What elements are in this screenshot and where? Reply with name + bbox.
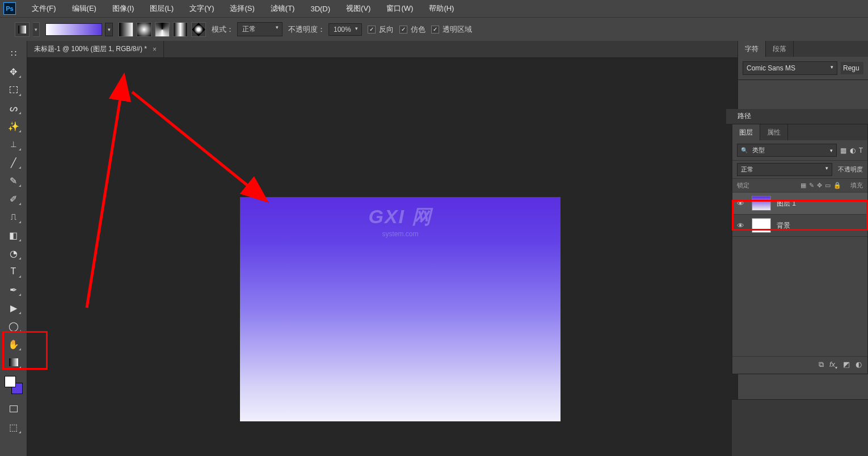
menu-select[interactable]: 选择(S) — [222, 1, 262, 16]
eraser-tool[interactable]: ◧ — [6, 228, 22, 242]
lock-all-icon[interactable]: 🔒 — [833, 182, 841, 189]
lock-pixels-icon[interactable]: ▦ — [800, 182, 806, 189]
tab-layers[interactable]: 图层 — [732, 124, 760, 140]
brush-tool[interactable]: ✐ — [6, 192, 22, 206]
screen-mode-tool[interactable]: ⬚ — [6, 420, 22, 434]
watermark-main: GXI 网 — [368, 204, 432, 230]
gradient-type-reflected[interactable] — [173, 22, 188, 37]
lock-move-icon[interactable]: ✥ — [817, 182, 822, 189]
document-tab[interactable]: 未标题-1 @ 100% (图层 1, RGB/8#) * × — [27, 41, 164, 57]
tab-character[interactable]: 字符 — [738, 41, 766, 57]
tab-paragraph[interactable]: 段落 — [766, 41, 794, 57]
options-bar: 模式： 正常 不透明度： 100% 反向 仿色 透明区域 — [0, 17, 868, 41]
layers-footer: ⧉ fx▾ ◩ ◐ — [732, 356, 867, 374]
gradient-type-diamond[interactable] — [191, 22, 206, 37]
reverse-label: 反向 — [379, 24, 394, 35]
font-family-select[interactable]: Comic Sans MS — [743, 61, 837, 75]
canvas[interactable]: GXI 网 system.com — [240, 197, 561, 421]
link-layers-icon[interactable]: ⧉ — [819, 360, 824, 370]
quickmask-tool[interactable] — [6, 402, 22, 416]
menu-layer[interactable]: 图层(L) — [142, 1, 182, 16]
tab-paths[interactable]: 路径 — [732, 109, 757, 124]
menu-type[interactable]: 文字(Y) — [182, 1, 222, 16]
close-icon[interactable]: × — [153, 45, 157, 53]
paths-panel-tabs: 路径 — [726, 109, 868, 124]
transparency-label: 透明区域 — [443, 24, 472, 35]
menu-help[interactable]: 帮助(H) — [421, 1, 462, 16]
blend-mode-select[interactable]: 正常 — [237, 22, 283, 36]
lasso-tool[interactable]: ᔕ — [6, 101, 22, 115]
lock-artboard-icon[interactable]: ▭ — [825, 182, 831, 189]
watermark: GXI 网 system.com — [368, 204, 432, 238]
filter-adjust-icon[interactable]: ◐ — [850, 147, 856, 154]
toolbox: ∷ ✥ ᔕ ✨ ⟂ ╱ ✎ ✐ ⎍ ◧ ◔ T ✒ ▶ ◯ ✋ ⬚ — [0, 41, 27, 456]
layer-style-icon[interactable]: fx▾ — [829, 360, 837, 370]
opacity-label: 不透明度： — [288, 24, 325, 35]
svg-line-0 — [87, 95, 121, 308]
move-tool[interactable]: ✥ — [6, 65, 22, 78]
app-logo-text: Ps — [6, 5, 13, 12]
gradient-type-radial[interactable] — [137, 22, 151, 37]
layer-opacity-label: 不透明度 — [838, 165, 863, 174]
crop-tool[interactable]: ⟂ — [6, 137, 22, 151]
current-tool-indicator[interactable] — [15, 22, 30, 37]
eyedropper-tool[interactable]: ╱ — [6, 156, 22, 169]
layers-panel: 图层 属性 类型 ▦ ◐ T 正常 不透明度 锁定 ▦ ✎ ✥ ▭ 🔒 填充 👁… — [732, 124, 868, 374]
marquee-tool[interactable] — [6, 83, 22, 97]
lock-label: 锁定 — [737, 181, 749, 190]
document-tab-title: 未标题-1 @ 100% (图层 1, RGB/8#) * — [34, 44, 147, 54]
annotation-box-layer — [732, 200, 868, 231]
menu-image[interactable]: 图像(I) — [104, 1, 142, 16]
menu-edit[interactable]: 编辑(E) — [64, 1, 104, 16]
path-select-tool[interactable]: ▶ — [6, 301, 22, 315]
dodge-tool[interactable]: ◔ — [6, 246, 22, 260]
bottom-panel-placeholder — [732, 399, 868, 456]
reverse-checkbox[interactable] — [368, 26, 376, 34]
clone-stamp-tool[interactable]: ⎍ — [6, 210, 22, 224]
handle-grip[interactable]: ∷ — [6, 47, 22, 60]
type-tool[interactable]: T — [6, 265, 22, 278]
menu-window[interactable]: 窗口(W) — [378, 1, 421, 16]
menu-view[interactable]: 视图(V) — [338, 1, 378, 16]
fill-label: 填充 — [850, 181, 863, 190]
annotation-box-toolbox — [2, 331, 48, 370]
menu-filter[interactable]: 滤镜(T) — [263, 1, 303, 16]
svg-line-1 — [132, 92, 251, 189]
opacity-input[interactable]: 100% — [328, 23, 362, 36]
transparency-checkbox[interactable] — [431, 26, 439, 34]
healing-brush-tool[interactable]: ✎ — [6, 174, 22, 187]
gradient-type-linear[interactable] — [119, 22, 133, 37]
gradient-picker-dropdown[interactable] — [105, 23, 113, 36]
layer-mask-icon[interactable]: ◩ — [843, 360, 850, 370]
magic-wand-tool[interactable]: ✨ — [6, 119, 22, 133]
tab-properties[interactable]: 属性 — [760, 124, 788, 140]
menu-3d[interactable]: 3D(D) — [302, 2, 338, 15]
pen-tool[interactable]: ✒ — [6, 283, 22, 296]
color-swatches[interactable] — [5, 376, 23, 394]
dither-label: 仿色 — [411, 24, 425, 35]
adjustment-layer-icon[interactable]: ◐ — [856, 360, 862, 370]
filter-image-icon[interactable]: ▦ — [840, 147, 846, 154]
font-weight-select[interactable]: Regu — [841, 62, 863, 74]
watermark-sub: system.com — [368, 230, 432, 238]
layer-blend-select[interactable]: 正常 — [737, 163, 832, 176]
menu-file[interactable]: 文件(F) — [24, 1, 64, 16]
lock-brush-icon[interactable]: ✎ — [809, 182, 814, 189]
tool-preset-dropdown[interactable] — [33, 22, 40, 37]
filter-type-icon[interactable]: T — [859, 147, 863, 154]
layer-filter-select[interactable]: 类型 — [737, 144, 837, 157]
foreground-color-swatch[interactable] — [5, 376, 16, 387]
mode-label: 模式： — [212, 24, 234, 35]
gradient-preview[interactable] — [45, 23, 102, 36]
dither-checkbox[interactable] — [399, 26, 407, 34]
menubar: Ps 文件(F) 编辑(E) 图像(I) 图层(L) 文字(Y) 选择(S) 滤… — [0, 0, 868, 17]
gradient-type-angle[interactable] — [155, 22, 170, 37]
app-logo: Ps — [3, 2, 16, 15]
